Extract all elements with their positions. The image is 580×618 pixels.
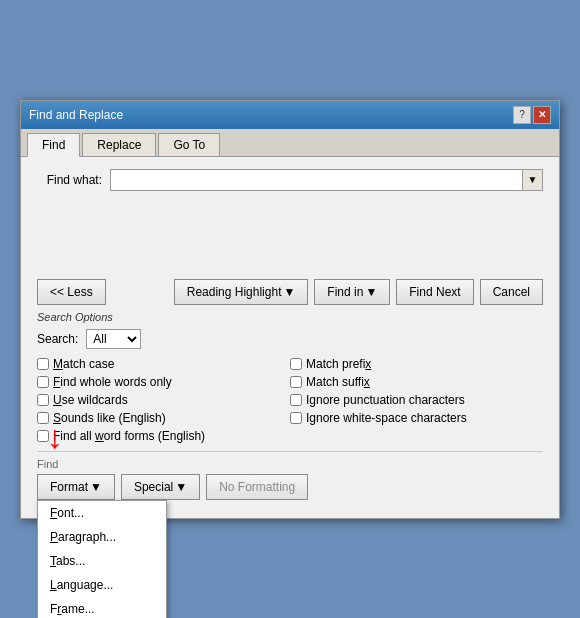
checkbox-word-forms: Find all word forms (English) [37, 429, 290, 443]
checkbox-match-case: Match case [37, 357, 290, 371]
title-bar-buttons: ? ✕ [513, 106, 551, 124]
ignore-whitespace-checkbox[interactable] [290, 412, 302, 424]
checkbox-match-prefix: Match prefix [290, 357, 543, 371]
tab-replace[interactable]: Replace [82, 133, 156, 156]
find-what-row: Find what: ▼ [37, 169, 543, 191]
less-button[interactable]: << Less [37, 279, 106, 305]
sounds-like-label: Sounds like (English) [53, 411, 166, 425]
match-suffix-checkbox[interactable] [290, 376, 302, 388]
whole-words-checkbox[interactable] [37, 376, 49, 388]
ignore-punctuation-label: Ignore punctuation characters [306, 393, 465, 407]
menu-item-tabs[interactable]: Tabs... [38, 549, 166, 573]
find-what-input[interactable] [110, 169, 523, 191]
format-btn-wrap: ↓ Format ▼ Font... Paragraph... Tabs... [37, 474, 115, 500]
match-prefix-checkbox[interactable] [290, 358, 302, 370]
checkbox-col-right: Match prefix Match suffix Ignore punctua… [290, 357, 543, 443]
sounds-like-checkbox[interactable] [37, 412, 49, 424]
wildcards-checkbox[interactable] [37, 394, 49, 406]
reading-highlight-button[interactable]: Reading Highlight ▼ [174, 279, 309, 305]
find-in-label: Find in [327, 285, 363, 299]
match-suffix-label: Match suffix [306, 375, 370, 389]
search-options-label: Search Options [37, 311, 543, 323]
find-in-arrow: ▼ [365, 285, 377, 299]
find-in-button[interactable]: Find in ▼ [314, 279, 390, 305]
checkbox-col-left: Match case Find whole words only Use wil… [37, 357, 290, 443]
checkbox-wildcards: Use wildcards [37, 393, 290, 407]
no-formatting-button[interactable]: No Formatting [206, 474, 308, 500]
main-button-row: << Less Reading Highlight ▼ Find in ▼ Fi… [37, 279, 543, 305]
menu-item-font[interactable]: Font... [38, 501, 166, 525]
tab-find[interactable]: Find [27, 133, 80, 157]
search-label: Search: [37, 332, 78, 346]
format-dropdown-menu: Font... Paragraph... Tabs... Language...… [37, 500, 167, 619]
search-select[interactable]: All Down Up [86, 329, 141, 349]
ignore-punctuation-checkbox[interactable] [290, 394, 302, 406]
close-button[interactable]: ✕ [533, 106, 551, 124]
spacer [37, 199, 543, 279]
whole-words-label: Find whole words only [53, 375, 172, 389]
special-button[interactable]: Special ▼ [121, 474, 200, 500]
reading-highlight-arrow: ▼ [283, 285, 295, 299]
menu-frame-label: Frame... [50, 602, 95, 616]
format-dropdown-arrow: ▼ [90, 480, 102, 494]
format-label: Format [50, 480, 88, 494]
checkbox-match-suffix: Match suffix [290, 375, 543, 389]
title-bar: Find and Replace ? ✕ [21, 101, 559, 129]
checkbox-ignore-whitespace: Ignore white-space characters [290, 411, 543, 425]
match-case-checkbox[interactable] [37, 358, 49, 370]
find-what-label: Find what: [37, 173, 102, 187]
menu-item-frame[interactable]: Frame... [38, 597, 166, 619]
special-dropdown-arrow: ▼ [175, 480, 187, 494]
reading-highlight-label: Reading Highlight [187, 285, 282, 299]
dialog-title: Find and Replace [29, 108, 123, 122]
checkbox-ignore-punctuation: Ignore punctuation characters [290, 393, 543, 407]
ignore-whitespace-label: Ignore white-space characters [306, 411, 467, 425]
format-row: ↓ Format ▼ Font... Paragraph... Tabs... [37, 474, 543, 500]
menu-paragraph-label: Paragraph... [50, 530, 116, 544]
format-button[interactable]: Format ▼ [37, 474, 115, 500]
search-row: Search: All Down Up [37, 329, 543, 349]
find-section-label: Find [37, 451, 543, 470]
find-replace-dialog: Find and Replace ? ✕ Find Replace Go To … [20, 100, 560, 519]
wildcards-label: Use wildcards [53, 393, 128, 407]
match-prefix-label: Match prefix [306, 357, 371, 371]
find-what-input-wrap: ▼ [110, 169, 543, 191]
find-what-dropdown-arrow[interactable]: ▼ [523, 169, 543, 191]
word-forms-checkbox[interactable] [37, 430, 49, 442]
tab-bar: Find Replace Go To [21, 129, 559, 157]
menu-language-label: Language... [50, 578, 113, 592]
checkbox-sounds-like: Sounds like (English) [37, 411, 290, 425]
checkbox-whole-words: Find whole words only [37, 375, 290, 389]
menu-font-label: Font... [50, 506, 84, 520]
find-next-button[interactable]: Find Next [396, 279, 473, 305]
dialog-content: Find what: ▼ << Less Reading Highlight ▼… [21, 157, 559, 518]
tab-goto[interactable]: Go To [158, 133, 220, 156]
cancel-button[interactable]: Cancel [480, 279, 543, 305]
help-button[interactable]: ? [513, 106, 531, 124]
match-case-label: Match case [53, 357, 114, 371]
special-label: Special [134, 480, 173, 494]
menu-item-paragraph[interactable]: Paragraph... [38, 525, 166, 549]
checkboxes-area: Match case Find whole words only Use wil… [37, 357, 543, 443]
menu-tabs-label: Tabs... [50, 554, 85, 568]
menu-item-language[interactable]: Language... [38, 573, 166, 597]
word-forms-label: Find all word forms (English) [53, 429, 205, 443]
